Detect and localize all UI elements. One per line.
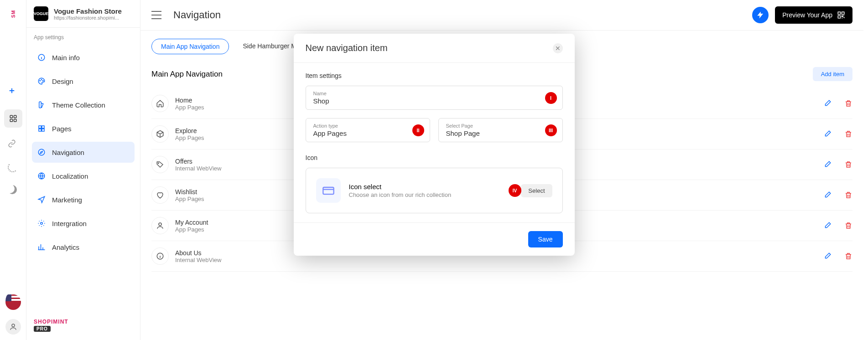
action-type-field[interactable]: Action type App Pages II — [306, 118, 430, 142]
action-type-value: App Pages — [313, 129, 422, 137]
select-page-field[interactable]: Select Page Shop Page III — [438, 118, 563, 142]
close-icon[interactable]: ✕ — [553, 43, 563, 53]
card-icon — [316, 178, 341, 203]
select-page-label: Select Page — [446, 123, 555, 129]
icon-select-sub: Choose an icon from our rich collection — [349, 191, 452, 198]
name-field-label: Name — [313, 91, 555, 96]
step-badge-1: I — [545, 92, 557, 104]
select-page-value: Shop Page — [446, 129, 555, 137]
icon-select-button[interactable]: Select — [521, 184, 552, 197]
item-settings-label: Item settings — [306, 72, 563, 79]
icon-select-title: Icon select — [349, 183, 452, 191]
save-button[interactable]: Save — [528, 231, 563, 247]
icon-section-label: Icon — [306, 154, 563, 161]
svg-rect-23 — [323, 187, 333, 194]
icon-select-box: Icon select Choose an icon from our rich… — [306, 168, 563, 213]
modal-title: New navigation item — [306, 43, 388, 53]
name-field[interactable]: Name Shop I — [306, 86, 563, 110]
new-nav-item-modal: New navigation item ✕ Item settings Name… — [294, 34, 575, 256]
name-field-value: Shop — [313, 97, 555, 105]
step-badge-4: IV — [509, 184, 521, 197]
step-badge-2: II — [412, 124, 424, 136]
step-badge-3: III — [545, 124, 557, 136]
action-type-label: Action type — [313, 123, 422, 129]
